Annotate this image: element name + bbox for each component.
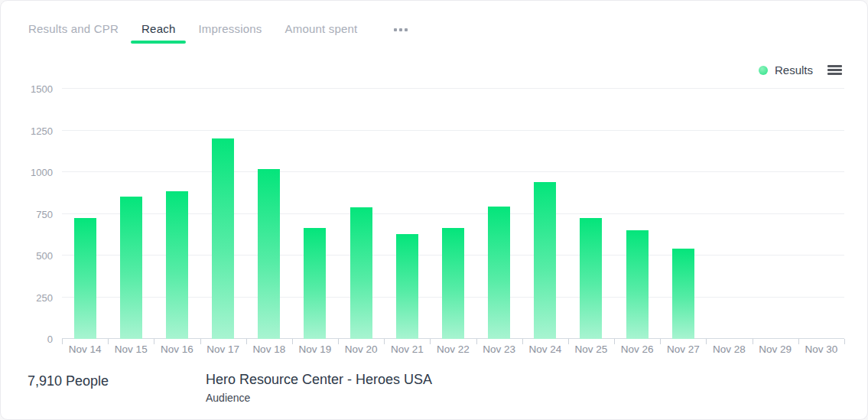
bar-slot: [108, 89, 154, 339]
bar-nov-20[interactable]: [350, 207, 372, 339]
tab-label: Impressions: [198, 22, 262, 35]
campaign-info: Hero Resource Center - Heroes USA Audien…: [206, 372, 432, 404]
bar-slot: [384, 89, 430, 339]
y-tick-label-250: 250: [36, 291, 53, 303]
bar-slot: [706, 89, 752, 339]
y-tick-label-1000: 1000: [31, 167, 53, 178]
bar-slot: [660, 89, 706, 339]
x-tick-label-nov-25: Nov 25: [568, 343, 614, 355]
tab-label: Amount spent: [284, 22, 357, 35]
x-tick-label-nov-24: Nov 24: [522, 343, 568, 355]
more-tabs-icon[interactable]: [394, 28, 408, 31]
tab-bar: Results and CPR Reach Impressions Amount…: [28, 22, 408, 44]
y-tick-label-500: 500: [36, 250, 53, 262]
chart-legend: Results: [759, 62, 842, 78]
x-axis-tick: [844, 339, 845, 344]
tab-amount-spent[interactable]: Amount spent: [284, 22, 357, 44]
bar-nov-16[interactable]: [166, 191, 188, 339]
bar-slot: [568, 89, 614, 339]
x-tick-label-nov-19: Nov 19: [292, 343, 338, 355]
bar-nov-18[interactable]: [258, 169, 280, 339]
bar-series: [62, 89, 844, 339]
bar-slot: [246, 89, 292, 339]
tab-impressions[interactable]: Impressions: [198, 22, 262, 44]
bar-nov-25[interactable]: [580, 218, 602, 339]
bar-nov-26[interactable]: [626, 230, 649, 339]
x-tick-label-nov-29: Nov 29: [753, 343, 798, 355]
x-tick-label-nov-30: Nov 30: [798, 343, 844, 355]
x-tick-label-nov-22: Nov 22: [430, 343, 476, 355]
reach-total: 7,910 People: [28, 373, 109, 389]
x-tick-label-nov-18: Nov 18: [246, 343, 292, 355]
hamburger-menu-icon[interactable]: [827, 62, 842, 78]
bar-nov-19[interactable]: [304, 228, 326, 339]
y-tick-label-0: 0: [47, 334, 53, 345]
bar-slot: [753, 89, 798, 339]
campaign-subtitle: Audience: [206, 392, 432, 404]
legend-label: Results: [775, 63, 813, 77]
bar-slot: [338, 89, 384, 339]
bar-nov-27[interactable]: [672, 249, 694, 339]
x-tick-label-nov-28: Nov 28: [706, 343, 752, 355]
bar-slot: [200, 89, 246, 339]
bar-slot: [798, 89, 844, 339]
active-tab-underline: [131, 41, 186, 44]
campaign-title: Hero Resource Center - Heroes USA: [206, 372, 432, 388]
bar-slot: [154, 89, 200, 339]
tab-label: Results and CPR: [28, 22, 119, 35]
x-tick-label-nov-26: Nov 26: [614, 343, 660, 355]
legend-item-results[interactable]: Results: [759, 63, 813, 77]
bar-slot: [476, 89, 522, 339]
bar-nov-22[interactable]: [442, 228, 464, 339]
bar-nov-17[interactable]: [212, 138, 234, 339]
tab-reach[interactable]: Reach: [141, 22, 175, 44]
bar-slot: [62, 89, 108, 339]
bar-slot: [430, 89, 476, 339]
x-tick-label-nov-20: Nov 20: [338, 343, 384, 355]
bar-slot: [522, 89, 568, 339]
y-axis: 0250500750100012501500: [1, 89, 53, 339]
x-tick-label-nov-23: Nov 23: [476, 343, 522, 355]
results-series-dot-icon: [759, 66, 768, 75]
x-tick-label-nov-16: Nov 16: [154, 343, 200, 355]
x-tick-label-nov-14: Nov 14: [62, 343, 108, 355]
y-tick-label-1500: 1500: [31, 83, 53, 95]
tab-label: Reach: [141, 22, 175, 35]
bar-nov-15[interactable]: [120, 197, 142, 339]
x-tick-label-nov-21: Nov 21: [384, 343, 430, 355]
bar-nov-14[interactable]: [74, 218, 96, 339]
x-axis-labels: Nov 14Nov 15Nov 16Nov 17Nov 18Nov 19Nov …: [62, 343, 844, 355]
bar-nov-21[interactable]: [396, 234, 418, 339]
x-tick-label-nov-27: Nov 27: [660, 343, 706, 355]
y-tick-label-1250: 1250: [31, 125, 53, 136]
bar-slot: [614, 89, 660, 339]
x-tick-label-nov-17: Nov 17: [200, 343, 246, 355]
tab-results-and-cpr[interactable]: Results and CPR: [28, 22, 119, 44]
bar-nov-24[interactable]: [534, 182, 556, 339]
bar-nov-23[interactable]: [488, 207, 510, 339]
x-tick-label-nov-15: Nov 15: [108, 343, 154, 355]
chart-card: Results and CPR Reach Impressions Amount…: [0, 0, 868, 420]
y-tick-label-750: 750: [36, 208, 53, 220]
bar-slot: [292, 89, 338, 339]
